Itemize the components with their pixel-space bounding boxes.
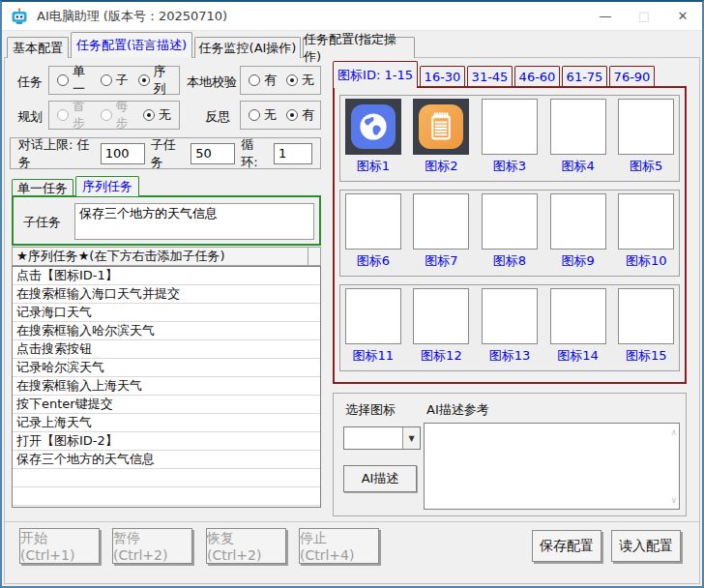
tab-icons-76-90[interactable]: 76-90 [609, 66, 655, 87]
list-item[interactable]: 在搜索框输入上海天气 [13, 377, 320, 396]
radio-plan-everystep[interactable]: 每步 [101, 98, 137, 132]
tab-icons-31-45[interactable]: 31-45 [467, 66, 513, 87]
list-item-empty [13, 469, 320, 487]
ai-reference-label: AI描述参考 [426, 401, 489, 419]
tab-icons-46-60[interactable]: 46-60 [514, 66, 560, 87]
icon-cell-9[interactable]: 图标9 [549, 193, 607, 270]
dropdown-value [344, 427, 402, 449]
radio-reflect-no[interactable]: 无 [249, 106, 277, 124]
icon-label: 图标2 [425, 158, 457, 175]
list-item[interactable]: 打开【图标ID-2】 [13, 432, 320, 451]
scroll-up-icon[interactable]: ∧ [670, 427, 677, 437]
icon-cell-10[interactable]: 图标10 [617, 193, 675, 270]
subtask-limit-input[interactable] [191, 143, 235, 164]
list-item[interactable]: 记录上海天气 [13, 414, 320, 432]
stop-button[interactable]: 停止(Ctrl+4) [299, 528, 379, 564]
task-limit-input[interactable] [101, 143, 145, 164]
dialog-limit-group: 对话上限: 任务 子任务 循环: [10, 137, 321, 169]
loop-input[interactable] [274, 143, 312, 164]
radio-task-sub[interactable]: 子 [101, 72, 129, 89]
icon-row-1: 图标1 图标2 图标3 图标4 图标5 [339, 95, 680, 182]
radio-icon [101, 109, 112, 121]
app-window: AI电脑助理 (版本号：20250710) — □ ✕ 基本配置 任务配置(语言… [0, 0, 704, 588]
load-config-button[interactable]: 读入配置 [611, 530, 681, 562]
radio-icon [57, 109, 69, 121]
radio-icon [249, 74, 260, 86]
icon-label: 图标3 [493, 158, 526, 175]
list-item[interactable]: 记录哈尔滨天气 [13, 359, 320, 377]
pause-button[interactable]: 暂停(Ctrl+2) [112, 528, 192, 564]
icon-cell-7[interactable]: 图标7 [413, 193, 471, 270]
tab-basic-config[interactable]: 基本配置 [7, 37, 69, 58]
radio-reflect-yes[interactable]: 有 [286, 106, 314, 124]
reflect-group: 无 有 [240, 101, 321, 130]
notepad-icon [413, 99, 469, 155]
header-stub [308, 248, 320, 265]
icon-select-dropdown[interactable]: ▼ [343, 426, 421, 450]
radio-task-single[interactable]: 单一 [57, 63, 91, 98]
app-robot-icon [10, 7, 29, 26]
tab-icons-61-75[interactable]: 61-75 [562, 66, 607, 87]
ai-describe-button[interactable]: AI描述 [343, 465, 417, 492]
icon-label: 图标13 [489, 347, 531, 365]
list-item[interactable]: 按下enter键提交 [13, 396, 320, 414]
dialog-limit-label: 对话上限: 任务 [18, 136, 95, 171]
icon-label: 图标14 [557, 347, 599, 365]
tab-single-task[interactable]: 单一任务 [12, 179, 73, 196]
empty-icon-slot [413, 193, 469, 250]
icon-cell-1[interactable]: 图标1 [344, 99, 402, 175]
list-item[interactable]: 记录海口天气 [13, 304, 320, 322]
plan-label: 规划 [17, 108, 43, 126]
radio-task-sequence[interactable]: 序列 [138, 63, 172, 98]
maximize-icon[interactable]: □ [625, 2, 663, 30]
icon-cell-6[interactable]: 图标6 [344, 193, 402, 270]
empty-icon-slot [413, 288, 469, 344]
empty-icon-slot [618, 99, 674, 155]
icon-cell-12[interactable]: 图标12 [413, 288, 471, 365]
list-item[interactable]: 在搜索框输入海口天气并提交 [13, 285, 320, 304]
resume-button[interactable]: 恢复(Ctrl+2) [206, 528, 286, 564]
icon-cell-11[interactable]: 图标11 [344, 288, 402, 365]
icon-cell-5[interactable]: 图标5 [617, 99, 675, 175]
icon-cell-2[interactable]: 图标2 [413, 99, 471, 175]
chevron-down-icon[interactable]: ▼ [402, 427, 420, 449]
list-item[interactable]: 点击【图标ID-1】 [13, 267, 320, 285]
icon-cell-14[interactable]: 图标14 [549, 288, 607, 365]
globe-icon [345, 99, 401, 155]
ai-reference-textarea[interactable]: ∧ ∨ [424, 423, 680, 510]
start-button[interactable]: 开始(Ctrl+1) [19, 528, 100, 564]
icon-label: 图标12 [421, 347, 462, 365]
radio-verify-no[interactable]: 无 [286, 72, 314, 89]
save-config-button[interactable]: 保存配置 [532, 530, 601, 562]
tab-icons-1-15[interactable]: 图标ID: 1-15 [333, 61, 418, 88]
list-item[interactable]: 保存三个地方的天气信息 [13, 451, 320, 469]
task-mode-label: 任务 [17, 74, 43, 91]
empty-icon-slot [550, 288, 606, 344]
tab-sequence-task[interactable]: 序列任务 [75, 176, 139, 196]
select-icon-label: 选择图标 [345, 401, 396, 419]
subtask-input[interactable]: 保存三个地方的天气信息 [74, 203, 314, 240]
empty-icon-slot [482, 288, 538, 344]
radio-verify-yes[interactable]: 有 [249, 72, 277, 89]
subtask-label: 子任务 [23, 214, 61, 231]
minimize-icon[interactable]: — [586, 2, 625, 30]
scroll-down-icon[interactable]: ∨ [670, 495, 677, 505]
tab-task-config-specified[interactable]: 任务配置(指定操作) [303, 37, 415, 58]
select-icon-group: 选择图标 ▼ AI描述 AI描述参考 ∧ ∨ [333, 393, 687, 516]
tab-icons-16-30[interactable]: 16-30 [420, 66, 465, 87]
sequence-list-header: ★序列任务★(在下方右击添加子任务) [12, 247, 321, 266]
icon-cell-4[interactable]: 图标4 [549, 99, 607, 175]
icon-label: 图标6 [357, 252, 390, 270]
icon-cell-15[interactable]: 图标15 [617, 288, 675, 365]
tab-task-config-language[interactable]: 任务配置(语言描述) [71, 32, 192, 58]
icon-cell-3[interactable]: 图标3 [481, 99, 539, 175]
icon-cell-8[interactable]: 图标8 [481, 193, 539, 270]
list-item[interactable]: 点击搜索按钮 [13, 340, 320, 359]
radio-plan-firststep[interactable]: 首步 [57, 98, 94, 132]
radio-icon [249, 109, 260, 121]
close-icon[interactable]: ✕ [663, 2, 702, 30]
tab-task-monitor[interactable]: 任务监控(AI操作) [194, 37, 301, 58]
radio-plan-none[interactable]: 无 [143, 106, 171, 124]
list-item[interactable]: 在搜索框输入哈尔滨天气 [13, 322, 320, 340]
icon-cell-13[interactable]: 图标13 [481, 288, 539, 365]
